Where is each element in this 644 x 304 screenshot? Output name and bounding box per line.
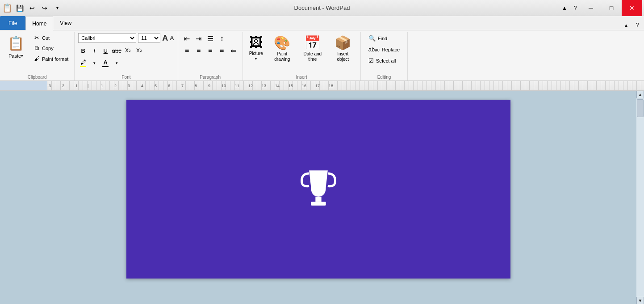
minimize-button[interactable]: ─ bbox=[581, 0, 601, 16]
scroll-up-button[interactable]: ▲ bbox=[636, 91, 644, 98]
copy-button[interactable]: ⧉ Copy bbox=[31, 43, 71, 53]
svg-rect-1 bbox=[311, 202, 326, 205]
title-bar-controls: ▲ ? ─ □ ✕ bbox=[559, 0, 642, 16]
underline-button[interactable]: U bbox=[100, 46, 110, 55]
group-paragraph: ⇤ ⇥ ☰ ↕ ≡ ≡ ≡ ≡ ⇐ Paragraph bbox=[178, 32, 243, 80]
select-all-label: Select all bbox=[376, 58, 396, 63]
scroll-track bbox=[636, 98, 644, 297]
qat-dropdown[interactable]: ▾ bbox=[52, 3, 63, 13]
close-button[interactable]: ✕ bbox=[622, 0, 642, 16]
subscript-button[interactable]: X2 bbox=[123, 46, 133, 55]
highlight-dropdown[interactable]: ▾ bbox=[89, 58, 99, 68]
justify-button[interactable]: ≡ bbox=[217, 45, 227, 56]
superscript-button[interactable]: X2 bbox=[134, 46, 144, 55]
undo-qat-button[interactable]: ↩ bbox=[27, 3, 38, 13]
paint-format-icon: 🖌 bbox=[33, 55, 40, 62]
tab-home[interactable]: Home bbox=[25, 17, 53, 30]
ruler: -3 -2 -1 | 1 2 3 4 5 6 7 8 9 10 11 12 13… bbox=[0, 81, 644, 91]
replace-button[interactable]: abac Replace bbox=[364, 44, 404, 55]
copy-icon: ⧉ bbox=[33, 45, 40, 52]
picture-dropdown[interactable]: ▾ bbox=[255, 57, 257, 61]
ribbon-tabs: File Home View ▲ ? bbox=[0, 16, 644, 30]
tab-file[interactable]: File bbox=[0, 16, 25, 30]
clipboard-items: 📋 Paste ▾ ✂ Cut ⧉ Copy bbox=[4, 33, 71, 80]
group-font: Calibri 11 A A B I U abc X2 X2 bbox=[75, 32, 178, 80]
picture-label: Picture bbox=[249, 51, 263, 56]
paste-button[interactable]: 📋 bbox=[4, 33, 28, 53]
doc-scroll[interactable] bbox=[0, 91, 636, 304]
highlight-button[interactable]: 🖍 bbox=[78, 58, 88, 68]
paste-dropdown-arrow[interactable]: ▾ bbox=[21, 54, 23, 58]
ribbon-content: 📋 Paste ▾ ✂ Cut ⧉ Copy bbox=[0, 30, 644, 80]
help-button[interactable]: ? bbox=[570, 3, 581, 13]
ribbon: File Home View ▲ ? 📋 Paste ▾ bbox=[0, 16, 644, 81]
font-top-row: Calibri 11 A A bbox=[78, 33, 174, 43]
line-spacing-button[interactable]: ↕ bbox=[217, 33, 227, 44]
scroll-thumb[interactable] bbox=[637, 99, 644, 117]
insert-object-button[interactable]: 📦 Insert object bbox=[329, 33, 357, 64]
paint-format-button[interactable]: 🖌 Paint format bbox=[31, 54, 71, 63]
rtl-button[interactable]: ⇐ bbox=[228, 45, 239, 56]
tab-view[interactable]: View bbox=[53, 16, 78, 30]
date-time-label: Date and time bbox=[301, 51, 324, 62]
align-right-button[interactable]: ≡ bbox=[205, 45, 216, 56]
paint-drawing-button[interactable]: 🎨 Paint drawing bbox=[268, 33, 296, 64]
redo-qat-button[interactable]: ↪ bbox=[39, 3, 50, 13]
font-size-select[interactable]: 11 bbox=[138, 33, 160, 43]
maximize-button[interactable]: □ bbox=[601, 0, 622, 16]
insert-object-label: Insert object bbox=[332, 51, 354, 62]
paste-area: 📋 Paste ▾ bbox=[4, 33, 28, 59]
grow-font-button[interactable]: A bbox=[162, 34, 168, 43]
align-left-button[interactable]: ≡ bbox=[182, 45, 192, 56]
replace-label: Replace bbox=[382, 47, 400, 52]
bold-button[interactable]: B bbox=[78, 46, 88, 55]
align-center-button[interactable]: ≡ bbox=[193, 45, 204, 56]
date-time-icon: 📅 bbox=[304, 35, 321, 51]
scroll-down-button[interactable]: ▼ bbox=[636, 297, 644, 304]
trophy-icon bbox=[298, 167, 339, 211]
find-button[interactable]: 🔍 Find bbox=[364, 33, 404, 43]
save-qat-button[interactable]: 💾 bbox=[14, 3, 25, 13]
cut-button[interactable]: ✂ Cut bbox=[31, 33, 71, 42]
paint-format-label: Paint format bbox=[42, 56, 68, 62]
paragraph-label: Paragraph bbox=[178, 75, 243, 80]
group-insert: 🖼 Picture ▾ 🎨 Paint drawing 📅 Date and t… bbox=[243, 32, 361, 80]
para-controls: ⇤ ⇥ ☰ ↕ ≡ ≡ ≡ ≡ ⇐ bbox=[182, 33, 239, 63]
text-color-dropdown[interactable]: ▾ bbox=[112, 58, 121, 68]
paste-label-row: Paste ▾ bbox=[8, 53, 23, 59]
picture-icon: 🖼 bbox=[249, 35, 263, 50]
increase-indent-button[interactable]: ⇥ bbox=[193, 33, 204, 44]
copy-label: Copy bbox=[42, 46, 54, 51]
title-bar: 📋 💾 ↩ ↪ ▾ Document - WordPad ▲ ? ─ □ ✕ bbox=[0, 0, 644, 16]
text-color-button[interactable]: A bbox=[100, 58, 110, 68]
editing-label: Editing bbox=[361, 75, 407, 80]
nav-up-button[interactable]: ▲ bbox=[559, 3, 570, 13]
clipboard-col: ✂ Cut ⧉ Copy 🖌 Paint format bbox=[31, 33, 71, 65]
para-top-row: ⇤ ⇥ ☰ ↕ bbox=[182, 33, 239, 44]
font-bot-row: 🖍 ▾ A ▾ bbox=[78, 58, 174, 68]
ruler-numbers: -3 -2 -1 | 1 2 3 4 5 6 7 8 9 10 11 12 13… bbox=[47, 81, 636, 91]
nav-prev-button[interactable]: ▲ bbox=[621, 20, 631, 30]
window-title: Document - WordPad bbox=[294, 4, 350, 11]
shrink-font-button[interactable]: A bbox=[170, 34, 174, 42]
select-all-button[interactable]: ☑ Select all bbox=[364, 55, 404, 66]
help-ribbon-button[interactable]: ? bbox=[632, 20, 642, 30]
wordpad-icon[interactable]: 📋 bbox=[2, 3, 13, 13]
svg-rect-0 bbox=[315, 197, 321, 202]
strikethrough-button[interactable]: abc bbox=[112, 46, 121, 55]
font-controls: Calibri 11 A A B I U abc X2 X2 bbox=[78, 33, 174, 75]
doc-page bbox=[126, 100, 510, 279]
group-clipboard: 📋 Paste ▾ ✂ Cut ⧉ Copy bbox=[0, 32, 75, 80]
find-label: Find bbox=[378, 36, 387, 41]
picture-button[interactable]: 🖼 Picture ▾ bbox=[247, 33, 266, 63]
title-bar-left: 📋 💾 ↩ ↪ ▾ bbox=[2, 3, 63, 13]
font-family-select[interactable]: Calibri bbox=[78, 33, 136, 43]
para-align-row: ≡ ≡ ≡ ≡ ⇐ bbox=[182, 45, 239, 56]
italic-button[interactable]: I bbox=[89, 46, 99, 55]
replace-icon: abac bbox=[368, 46, 380, 53]
decrease-indent-button[interactable]: ⇤ bbox=[182, 33, 192, 44]
bullets-button[interactable]: ☰ bbox=[205, 33, 216, 44]
date-time-button[interactable]: 📅 Date and time bbox=[299, 33, 326, 64]
editing-items: 🔍 Find abac Replace ☑ Select all bbox=[364, 33, 404, 73]
ruler-left-margin bbox=[0, 81, 47, 90]
